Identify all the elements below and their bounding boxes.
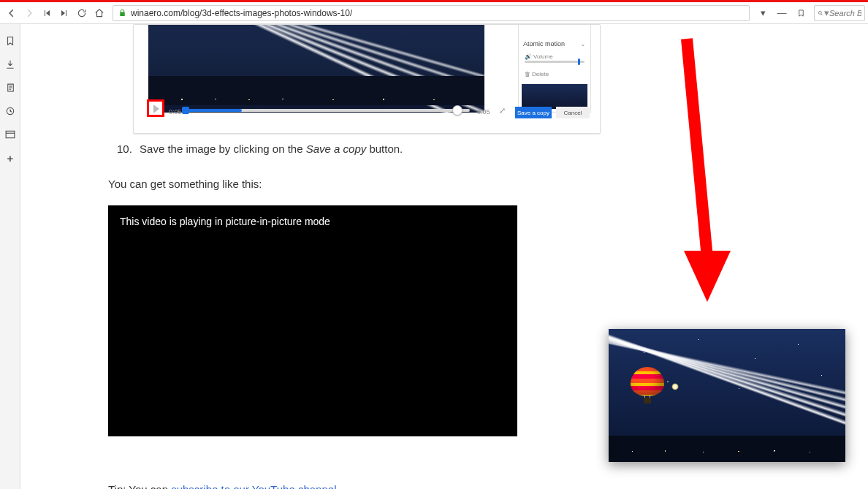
add-panel-icon[interactable]: + bbox=[0, 148, 20, 167]
annotation-arrow bbox=[656, 39, 744, 302]
play-button-highlighted bbox=[147, 99, 164, 117]
result-intro-text: You can get something like this: bbox=[108, 178, 262, 190]
search-box[interactable]: ▾ bbox=[814, 5, 865, 21]
effect-name: Atomic motion bbox=[523, 40, 565, 48]
toolbar-extras: ▾ — ▾ bbox=[754, 4, 865, 22]
search-input[interactable] bbox=[829, 9, 861, 18]
caret-down-icon[interactable]: ▾ bbox=[754, 4, 772, 22]
fast-forward-button[interactable] bbox=[56, 4, 73, 22]
volume-slider bbox=[525, 61, 585, 63]
pip-mode-message: This video is playing in picture-in-pict… bbox=[108, 205, 517, 238]
time-total: 0:05 bbox=[477, 108, 490, 115]
effects-thumbnail bbox=[522, 84, 587, 109]
time-elapsed: 0:05 bbox=[169, 108, 182, 115]
notes-panel-icon[interactable] bbox=[0, 78, 20, 97]
pip-balloon bbox=[631, 367, 664, 411]
rewind-button[interactable] bbox=[38, 4, 56, 22]
subscribe-link[interactable]: subscribe to our YouTube channel bbox=[171, 483, 336, 489]
step-number: 10. bbox=[117, 143, 132, 155]
bookmark-icon[interactable] bbox=[792, 4, 810, 22]
page-content: Atomic motion ⌄ 🔊Volume 🗑Delete 0:05 0:0… bbox=[20, 24, 868, 489]
pip-video-window[interactable] bbox=[609, 329, 845, 462]
browser-sidebar: + bbox=[0, 24, 20, 489]
forward-button[interactable] bbox=[20, 4, 38, 22]
magnifier-icon bbox=[818, 9, 823, 18]
url-text: winaero.com/blog/3d-effects-images-photo… bbox=[131, 8, 352, 18]
pip-skyline bbox=[609, 436, 845, 462]
resize-icon: ⤢ bbox=[499, 106, 506, 115]
photos-app-screenshot: Atomic motion ⌄ 🔊Volume 🗑Delete 0:05 0:0… bbox=[133, 24, 601, 134]
photos-cancel-button: Cancel bbox=[556, 107, 590, 118]
tip-line: Tip: You can subscribe to our YouTube ch… bbox=[108, 483, 340, 489]
volume-label: Volume bbox=[533, 53, 553, 60]
chevron-down-icon: ⌄ bbox=[580, 40, 586, 48]
back-button[interactable] bbox=[3, 4, 20, 22]
home-button[interactable] bbox=[91, 4, 108, 22]
pip-flare bbox=[671, 383, 679, 390]
bookmarks-panel-icon[interactable] bbox=[0, 31, 20, 50]
svg-line-3 bbox=[687, 39, 707, 258]
svg-marker-4 bbox=[684, 251, 731, 302]
step-10: 10. Save the image by clicking on the Sa… bbox=[117, 143, 403, 155]
browser-toolbar: winaero.com/blog/3d-effects-images-photo… bbox=[0, 2, 868, 24]
reload-button[interactable] bbox=[73, 4, 91, 22]
delete-label: Delete bbox=[532, 71, 549, 77]
lock-icon bbox=[116, 7, 128, 19]
photos-save-copy-button: Save a copy bbox=[515, 107, 552, 118]
svg-point-0 bbox=[818, 11, 821, 14]
history-panel-icon[interactable] bbox=[0, 102, 20, 121]
timeline-slider bbox=[185, 109, 470, 112]
address-bar[interactable]: winaero.com/blog/3d-effects-images-photo… bbox=[113, 5, 750, 21]
downloads-panel-icon[interactable] bbox=[0, 55, 20, 74]
photos-effects-panel: Atomic motion ⌄ 🔊Volume 🗑Delete bbox=[518, 24, 591, 113]
photos-preview-image bbox=[148, 24, 484, 113]
svg-rect-2 bbox=[6, 131, 15, 137]
embedded-video-placeholder[interactable]: This video is playing in picture-in-pict… bbox=[108, 205, 517, 436]
toggle-line-icon[interactable]: — bbox=[773, 4, 791, 22]
window-panel-icon[interactable] bbox=[0, 125, 20, 144]
